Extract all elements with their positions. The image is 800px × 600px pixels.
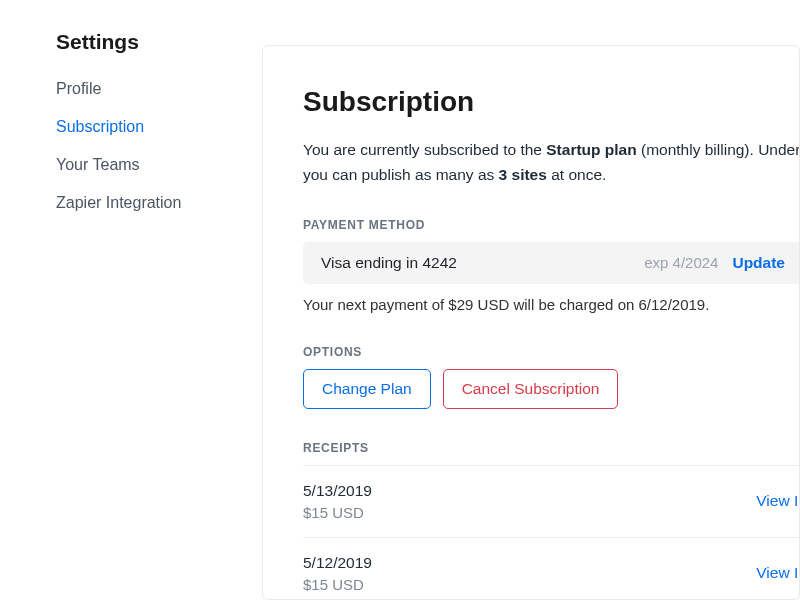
desc-text-3: you can publish as many as <box>303 166 499 183</box>
page-title: Subscription <box>303 86 800 118</box>
desc-text-2: (monthly billing). Under this plan, <box>637 141 800 158</box>
options-label: OPTIONS <box>303 345 800 359</box>
view-invoice-link[interactable]: View Invoice <box>756 564 800 582</box>
card-info: Visa ending in 4242 <box>321 254 457 272</box>
settings-content: Subscription You are currently subscribe… <box>262 45 800 600</box>
view-invoice-link[interactable]: View Invoice <box>756 492 800 510</box>
receipt-amount: $15 USD <box>303 504 756 521</box>
sidebar-title: Settings <box>56 30 242 54</box>
sidebar-item-profile[interactable]: Profile <box>56 80 242 98</box>
sidebar-item-your-teams[interactable]: Your Teams <box>56 156 242 174</box>
receipt-row: 5/13/2019 $15 USD View Invoice <box>303 465 800 538</box>
receipt-row: 5/12/2019 $15 USD View Invoice <box>303 538 800 600</box>
receipt-date: 5/12/2019 <box>303 554 756 572</box>
change-plan-button[interactable]: Change Plan <box>303 369 431 409</box>
desc-text-4: at once. <box>547 166 606 183</box>
site-count: 3 sites <box>499 166 547 183</box>
plan-name: Startup plan <box>546 141 636 158</box>
update-payment-link[interactable]: Update <box>732 254 785 272</box>
subscription-description: You are currently subscribed to the Star… <box>303 138 800 188</box>
receipt-amount: $15 USD <box>303 576 756 593</box>
receipts-label: RECEIPTS <box>303 441 800 455</box>
receipt-date: 5/13/2019 <box>303 482 756 500</box>
card-expiry: exp 4/2024 <box>644 254 718 271</box>
receipts-list: 5/13/2019 $15 USD View Invoice 5/12/2019… <box>303 465 800 600</box>
cancel-subscription-button[interactable]: Cancel Subscription <box>443 369 619 409</box>
sidebar-item-zapier-integration[interactable]: Zapier Integration <box>56 194 242 212</box>
payment-card: Visa ending in 4242 exp 4/2024 Update <box>303 242 800 284</box>
next-payment-text: Your next payment of $29 USD will be cha… <box>303 296 800 313</box>
payment-method-label: PAYMENT METHOD <box>303 218 800 232</box>
sidebar-item-subscription[interactable]: Subscription <box>56 118 242 136</box>
desc-text-1: You are currently subscribed to the <box>303 141 546 158</box>
settings-container: Settings Profile Subscription Your Teams… <box>0 0 800 600</box>
options-row: Change Plan Cancel Subscription <box>303 369 800 409</box>
settings-sidebar: Settings Profile Subscription Your Teams… <box>56 30 262 600</box>
